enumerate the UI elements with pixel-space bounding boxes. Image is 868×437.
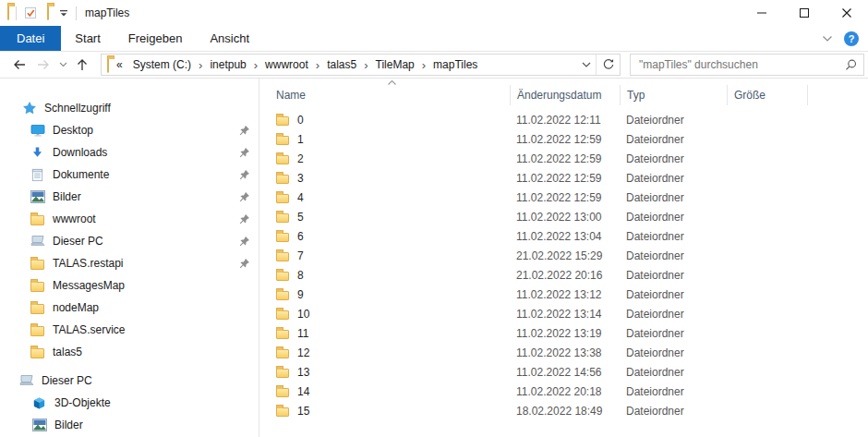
pin-icon bbox=[238, 125, 250, 137]
sidebar-item-label: Dieser PC bbox=[42, 374, 92, 387]
address-bar[interactable]: « System (C:) › inetpub › wwwroot › tala… bbox=[101, 54, 621, 76]
table-row[interactable]: 4 11.02.2022 12:59 Dateiordner bbox=[276, 188, 868, 207]
folder-icon bbox=[276, 349, 289, 358]
back-icon[interactable] bbox=[7, 57, 31, 72]
sidebar-item-nodemap[interactable]: nodeMap bbox=[0, 297, 259, 319]
qat-customize-icon[interactable] bbox=[58, 7, 69, 18]
sidebar-item-bilder-pc[interactable]: Bilder bbox=[0, 414, 259, 436]
file-type: Dateiordner bbox=[620, 230, 727, 243]
refresh-icon[interactable] bbox=[596, 55, 620, 75]
file-name: 14 bbox=[297, 385, 309, 398]
file-name: 0 bbox=[297, 114, 304, 127]
table-row[interactable]: 15 18.02.2022 18:49 Dateiordner bbox=[276, 401, 868, 420]
app-folder-icon bbox=[7, 6, 9, 19]
breadcrumb-segment[interactable]: talas5 bbox=[320, 58, 363, 71]
breadcrumb-overflow[interactable]: « bbox=[111, 58, 127, 71]
sort-ascending-icon[interactable] bbox=[387, 79, 397, 86]
file-name: 8 bbox=[297, 269, 304, 282]
sidebar-item-talas5[interactable]: talas5 bbox=[0, 341, 259, 363]
table-row[interactable]: 13 11.02.2022 14:56 Dateiordner bbox=[276, 362, 868, 382]
folder-icon bbox=[276, 369, 289, 378]
tab-datei[interactable]: Datei bbox=[0, 26, 61, 51]
table-row[interactable]: 14 11.02.2022 20:18 Dateiordner bbox=[276, 382, 868, 401]
file-type: Dateiordner bbox=[620, 288, 727, 301]
file-date: 11.02.2022 13:04 bbox=[510, 230, 620, 243]
breadcrumb-segment[interactable]: mapTiles bbox=[427, 58, 484, 71]
content: Schnellzugriff Desktop Downloads bbox=[0, 79, 868, 437]
file-name: 9 bbox=[297, 288, 304, 301]
properties-icon[interactable] bbox=[23, 6, 38, 20]
table-row[interactable]: 3 11.02.2022 12:59 Dateiordner bbox=[276, 168, 868, 188]
breadcrumb-segment[interactable]: System (C:) bbox=[127, 58, 198, 71]
search-input[interactable] bbox=[631, 58, 838, 71]
column-header-name[interactable]: Name bbox=[276, 85, 510, 105]
column-header-size[interactable]: Größe bbox=[727, 85, 807, 105]
file-type: Dateiordner bbox=[620, 385, 727, 398]
recent-locations-chevron-icon[interactable] bbox=[55, 62, 70, 67]
sidebar-item-dieser-pc[interactable]: Dieser PC bbox=[0, 370, 259, 392]
table-row[interactable]: 2 11.02.2022 12:59 Dateiordner bbox=[276, 149, 868, 168]
sidebar-item-wwwroot[interactable]: wwwroot bbox=[0, 208, 259, 230]
search-icon[interactable] bbox=[838, 58, 863, 72]
column-header-date[interactable]: Änderungsdatum bbox=[510, 85, 620, 105]
folder-icon bbox=[276, 194, 289, 203]
minimize-button[interactable] bbox=[741, 0, 783, 26]
table-row[interactable]: 12 11.02.2022 13:38 Dateiordner bbox=[276, 343, 868, 362]
sidebar-item-label: MessagesMap bbox=[53, 279, 125, 292]
folder-icon bbox=[276, 213, 289, 223]
sidebar-item-dieser-pc-pinned[interactable]: Dieser PC bbox=[0, 230, 259, 252]
pin-icon bbox=[238, 258, 250, 270]
file-type: Dateiordner bbox=[620, 114, 727, 127]
help-icon[interactable]: ? bbox=[844, 31, 859, 46]
sidebar-item-dokumente[interactable]: Dokumente bbox=[0, 164, 259, 186]
up-icon[interactable] bbox=[70, 57, 94, 72]
forward-icon[interactable] bbox=[31, 57, 55, 72]
sidebar-item-talas-service[interactable]: TALAS.service bbox=[0, 319, 259, 341]
sidebar-item-label: Bilder bbox=[54, 419, 83, 431]
sidebar-item-talas-restapi[interactable]: TALAS.restapi bbox=[0, 252, 259, 274]
table-row[interactable]: 7 21.02.2022 15:29 Dateiordner bbox=[276, 246, 868, 265]
table-row[interactable]: 10 11.02.2022 13:14 Dateiordner bbox=[276, 304, 868, 323]
table-row[interactable]: 1 11.02.2022 12:59 Dateiordner bbox=[276, 129, 868, 149]
folder-icon bbox=[30, 212, 45, 226]
pc-icon bbox=[18, 373, 34, 388]
tab-freigeben[interactable]: Freigeben bbox=[115, 26, 197, 51]
address-row: « System (C:) › inetpub › wwwroot › tala… bbox=[0, 52, 868, 79]
new-folder-icon[interactable] bbox=[47, 6, 49, 19]
expand-ribbon-chevron-icon[interactable] bbox=[822, 35, 833, 42]
table-row[interactable]: 11 11.02.2022 13:19 Dateiordner bbox=[276, 323, 868, 343]
sidebar-item-desktop[interactable]: Desktop bbox=[0, 119, 259, 141]
folder-icon bbox=[276, 330, 289, 339]
table-row[interactable]: 0 11.02.2022 12:11 Dateiordner bbox=[276, 110, 868, 129]
breadcrumb-segment[interactable]: inetpub bbox=[203, 58, 252, 71]
sidebar-item-downloads[interactable]: Downloads bbox=[0, 141, 259, 164]
column-headers: Name Änderungsdatum Typ Größe bbox=[276, 84, 868, 106]
sidebar-item-bilder[interactable]: Bilder bbox=[0, 186, 259, 208]
tab-ansicht[interactable]: Ansicht bbox=[196, 26, 263, 51]
table-row[interactable]: 8 21.02.2022 20:16 Dateiordner bbox=[276, 265, 868, 285]
image-icon bbox=[30, 189, 45, 204]
maximize-button[interactable] bbox=[783, 0, 826, 26]
sidebar-item-schnellzugriff[interactable]: Schnellzugriff bbox=[0, 97, 259, 119]
table-row[interactable]: 6 11.02.2022 13:04 Dateiordner bbox=[276, 226, 868, 246]
download-icon bbox=[30, 145, 45, 160]
folder-icon bbox=[30, 256, 45, 271]
file-type: Dateiordner bbox=[620, 152, 727, 165]
close-button[interactable] bbox=[826, 0, 868, 26]
breadcrumb-segment[interactable]: TileMap bbox=[369, 58, 421, 71]
sidebar-item-messagesmap[interactable]: MessagesMap bbox=[0, 274, 259, 297]
folder-icon bbox=[276, 252, 289, 261]
tab-start[interactable]: Start bbox=[61, 26, 114, 51]
column-header-type[interactable]: Typ bbox=[620, 85, 727, 105]
table-row[interactable]: 9 11.02.2022 13:12 Dateiordner bbox=[276, 285, 868, 304]
file-date: 11.02.2022 14:56 bbox=[510, 366, 620, 379]
pin-icon bbox=[238, 213, 250, 225]
address-dropdown-chevron-icon[interactable] bbox=[577, 62, 596, 68]
breadcrumb-segment[interactable]: wwwroot bbox=[259, 58, 315, 71]
sidebar-item-label: Downloads bbox=[53, 146, 107, 159]
sidebar-item-3d-objekte[interactable]: 3D-Objekte bbox=[0, 392, 259, 414]
sidebar-item-label: nodeMap bbox=[53, 301, 99, 314]
table-row[interactable]: 5 11.02.2022 13:00 Dateiordner bbox=[276, 207, 868, 226]
desktop-icon bbox=[30, 123, 45, 138]
file-name: 7 bbox=[297, 249, 304, 262]
